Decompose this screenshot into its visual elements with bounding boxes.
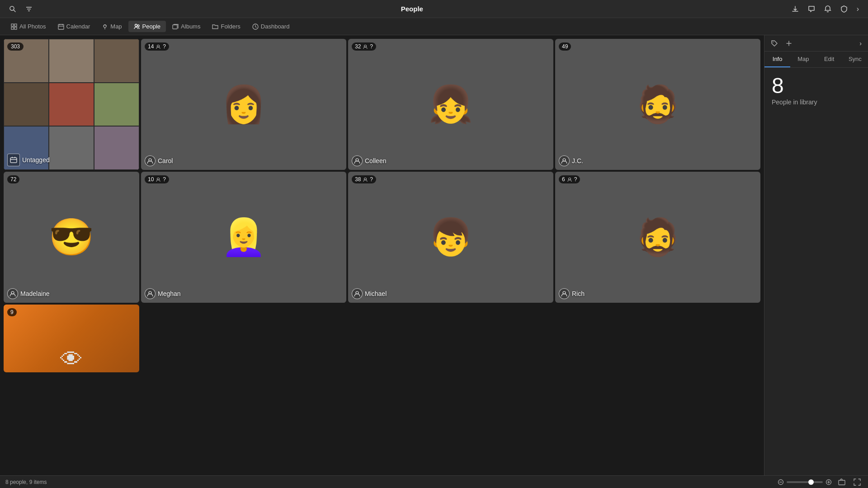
bell-icon[interactable] — [822, 5, 833, 14]
madelaine-label: Madelaine — [7, 288, 50, 299]
zoom-in-icon — [826, 479, 832, 485]
meghan-badge: 10 ? — [145, 175, 169, 183]
rich-badge: 6 ? — [559, 175, 580, 183]
jc-label: J.C. — [559, 155, 583, 166]
jc-person-icon — [559, 155, 570, 166]
svg-rect-9 — [58, 24, 64, 29]
colleen-person-icon — [352, 155, 363, 166]
svg-rect-18 — [10, 158, 17, 163]
sidebar-tabs: Info Map Edit Sync — [764, 52, 868, 68]
svg-line-1 — [14, 10, 15, 12]
people-grid: 303 Untagged 👩 14 — [0, 35, 764, 475]
fullscreen-icon[interactable] — [852, 478, 863, 487]
nav-tabs: All Photos Calendar Map People Albums Fo… — [0, 18, 868, 35]
madelaine-card[interactable]: 😎 72 Madelaine — [4, 172, 139, 303]
untagged-card[interactable]: 303 Untagged — [4, 39, 139, 170]
sidebar-tab-info[interactable]: Info — [764, 52, 790, 67]
bottom-bar-summary: 8 people, 9 items — [5, 479, 773, 485]
michael-card[interactable]: 👦 38 ? Michael — [348, 172, 553, 303]
svg-point-14 — [135, 24, 137, 26]
tab-map[interactable]: Map — [96, 21, 127, 32]
carol-person-icon — [145, 155, 156, 166]
meghan-person-icon — [145, 288, 156, 299]
top-bar-right: › — [790, 4, 861, 14]
app-title: People — [34, 5, 790, 13]
jc-card[interactable]: 🧔 49 J.C. — [555, 39, 760, 170]
filter-button[interactable] — [24, 5, 34, 14]
svg-rect-41 — [839, 480, 845, 485]
carol-label: Carol — [145, 155, 173, 166]
rich-card[interactable]: 🧔 6 ? Rich — [555, 172, 760, 303]
download-icon[interactable] — [790, 5, 801, 14]
rich-label: Rich — [559, 288, 585, 299]
add-button[interactable] — [783, 39, 794, 48]
colleen-label: Colleen — [352, 155, 386, 166]
unknown9-card[interactable]: 👁 9 — [4, 305, 139, 372]
tab-all-photos[interactable]: All Photos — [5, 21, 52, 32]
madelaine-person-icon — [7, 288, 18, 299]
madelaine-badge: 72 — [7, 175, 19, 183]
sidebar-expand[interactable]: › — [858, 39, 863, 48]
export-icon[interactable] — [836, 478, 847, 487]
search-button[interactable] — [7, 5, 18, 14]
michael-label: Michael — [352, 288, 387, 299]
people-count: 8 — [772, 75, 861, 97]
top-bar: People › — [0, 0, 868, 18]
sidebar: › Info Map Edit Sync 8 People in library — [764, 35, 868, 475]
svg-point-33 — [773, 42, 774, 42]
tab-calendar[interactable]: Calendar — [52, 21, 96, 32]
sidebar-content: 8 People in library — [764, 68, 868, 475]
meghan-card[interactable]: 👱‍♀️ 10 ? Meghan — [141, 172, 346, 303]
main-area: 303 Untagged 👩 14 — [0, 35, 868, 475]
michael-person-icon — [352, 288, 363, 299]
zoom-track[interactable] — [787, 481, 823, 483]
tab-people[interactable]: People — [128, 21, 166, 32]
meghan-label: Meghan — [145, 288, 181, 299]
tag-icon[interactable] — [769, 39, 780, 48]
colleen-badge: 32 ? — [352, 42, 376, 51]
colleen-card[interactable]: 👧 32 ? Colleen — [348, 39, 553, 170]
sidebar-tab-edit[interactable]: Edit — [816, 52, 842, 67]
michael-badge: 38 ? — [352, 175, 376, 183]
shield-icon[interactable] — [839, 5, 849, 14]
untagged-icon — [7, 154, 20, 166]
carol-badge: 14 ? — [145, 42, 169, 51]
svg-rect-16 — [173, 25, 177, 29]
untagged-label: Untagged — [7, 154, 50, 166]
zoom-slider[interactable] — [778, 479, 832, 485]
svg-rect-5 — [11, 24, 14, 26]
zoom-out-icon — [778, 479, 784, 485]
rich-person-icon — [559, 288, 570, 299]
carol-card[interactable]: 👩 14 ? Carol — [141, 39, 346, 170]
tab-folders[interactable]: Folders — [207, 21, 245, 32]
untagged-count-badge: 303 — [7, 42, 24, 51]
svg-rect-8 — [14, 27, 17, 29]
jc-badge: 49 — [559, 42, 571, 51]
people-in-library-label: People in library — [772, 99, 861, 106]
tab-albums[interactable]: Albums — [167, 21, 206, 32]
bottom-bar: 8 people, 9 items — [0, 475, 868, 488]
zoom-thumb[interactable] — [808, 479, 814, 485]
sidebar-tab-sync[interactable]: Sync — [842, 52, 868, 67]
tab-dashboard[interactable]: Dashboard — [247, 21, 295, 32]
sidebar-toolbar: › — [764, 35, 868, 52]
unknown9-badge: 9 — [7, 308, 17, 316]
sidebar-toggle[interactable]: › — [855, 4, 861, 14]
svg-rect-6 — [14, 24, 17, 26]
chat-icon[interactable] — [806, 5, 817, 14]
svg-point-15 — [137, 25, 139, 27]
top-bar-left — [7, 5, 34, 14]
sidebar-tab-map[interactable]: Map — [790, 52, 816, 67]
svg-rect-7 — [11, 27, 14, 29]
